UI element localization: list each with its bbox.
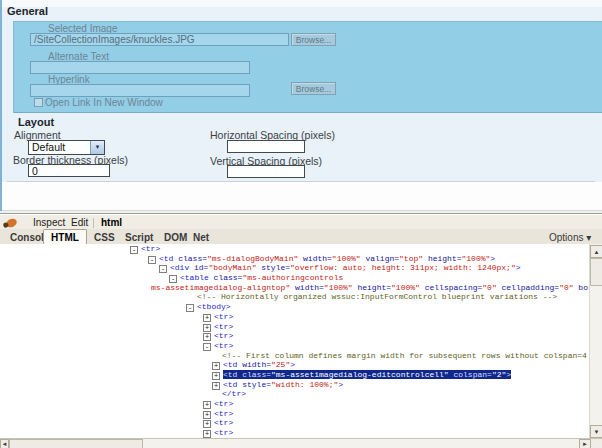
tree-node[interactable]: +<tr>: [0, 428, 589, 438]
tab-dom[interactable]: DOM: [164, 232, 187, 243]
inspect-button[interactable]: Inspect: [33, 217, 65, 228]
tree-node[interactable]: +<tr>: [0, 409, 589, 419]
general-section-heading: General: [7, 5, 48, 17]
tree-node-markup: <tr>: [214, 409, 233, 418]
expand-icon[interactable]: +: [212, 372, 220, 380]
tree-node-markup: <tr>: [214, 341, 233, 350]
tree-node[interactable]: <!-- Horizontally organized wssuc:InputF…: [0, 292, 589, 302]
horizontal-scrollbar[interactable]: ◄ ►: [0, 438, 591, 448]
dialog-top-strip: [0, 0, 602, 7]
element-path-html[interactable]: html: [101, 217, 122, 228]
scrollbar-corner: [591, 438, 602, 448]
tree-node[interactable]: ms-assetimagedialog-aligntop" width="100…: [0, 283, 589, 293]
expand-icon[interactable]: +: [203, 314, 211, 322]
tree-node-markup: ms-assetimagedialog-aligntop" width="100…: [151, 283, 589, 292]
tab-css[interactable]: CSS: [94, 232, 115, 243]
hyperlink-input[interactable]: [30, 84, 250, 97]
tree-node-selected[interactable]: +<td class="ms-assetimagedialog-editcont…: [0, 370, 589, 380]
collapse-icon[interactable]: -: [148, 256, 156, 264]
tree-node-markup: </tr>: [222, 389, 246, 398]
collapse-icon[interactable]: -: [186, 304, 194, 312]
layout-section-heading: Layout: [18, 116, 54, 128]
chevron-down-icon[interactable]: ▼: [90, 141, 104, 154]
tree-node-markup: <td style="width: 100%;">: [223, 380, 343, 389]
collapse-icon[interactable]: -: [159, 265, 167, 273]
tree-node-markup: <table class="ms-authoringcontrols: [180, 273, 343, 282]
alignment-select[interactable]: Default ▼: [28, 140, 105, 155]
tree-node-markup: <td class="ms-assetimagedialog-editcontr…: [223, 370, 511, 379]
tree-node[interactable]: -<table class="ms-authoringcontrols: [0, 273, 589, 283]
scroll-down-button[interactable]: ▼: [590, 425, 602, 438]
dialog-left-border: [0, 0, 2, 211]
horizontal-spacing-input[interactable]: [227, 140, 305, 153]
alternate-text-input[interactable]: [30, 61, 250, 74]
browse-hyperlink-button[interactable]: Browse...: [291, 82, 336, 95]
tree-node-markup: <tr>: [214, 428, 233, 437]
tree-node[interactable]: </tr>: [0, 389, 589, 399]
alignment-selected-value: Default: [32, 141, 65, 154]
open-link-checkbox[interactable]: [34, 98, 43, 107]
collapse-icon[interactable]: -: [203, 343, 211, 351]
tree-node[interactable]: +<tr>: [0, 331, 589, 341]
tree-node[interactable]: <!-- First column defines margin width f…: [0, 351, 589, 361]
tree-node[interactable]: -<td class="ms-dialogBodyMain" width="10…: [0, 254, 589, 264]
tree-node-markup: <tr>: [214, 312, 233, 321]
expand-icon[interactable]: +: [203, 430, 211, 438]
tree-node[interactable]: +<tr>: [0, 312, 589, 322]
tree-node-markup: <!-- First column defines margin width f…: [222, 351, 589, 360]
options-label: Options: [549, 232, 583, 243]
tree-node-markup: <tr>: [214, 399, 233, 408]
tree-node-markup: <tbody>: [197, 302, 231, 311]
tree-node[interactable]: -<tr>: [0, 244, 589, 254]
selected-image-input[interactable]: [30, 33, 289, 46]
expand-icon[interactable]: +: [212, 382, 220, 390]
open-link-checkbox-label: Open Link In New Window: [45, 97, 163, 108]
tree-node[interactable]: -<div id="bodyMain" style="overflow: aut…: [0, 263, 589, 273]
tab-script[interactable]: Script: [125, 232, 153, 243]
html-tree: -<tr>-<td class="ms-dialogBodyMain" widt…: [0, 244, 589, 438]
expand-icon[interactable]: +: [203, 401, 211, 409]
tree-node-markup: <td class="ms-dialogBodyMain" width="100…: [159, 254, 495, 263]
firebug-tab-bar: Console HTML CSS Script DOM Net Options …: [0, 229, 602, 245]
scroll-right-button[interactable]: ►: [579, 439, 591, 448]
tree-node[interactable]: -<tbody>: [0, 302, 589, 312]
general-section-panel: Selected Image Browse... Alternate Text …: [13, 21, 602, 113]
tree-node[interactable]: +<td style="width: 100%;">: [0, 380, 589, 390]
tree-node-markup: <!-- Horizontally organized wssuc:InputF…: [197, 292, 557, 301]
tab-html[interactable]: HTML: [43, 229, 87, 245]
tree-node-markup: <div id="bodyMain" style="overflow: auto…: [170, 263, 521, 272]
tree-node[interactable]: -<tr>: [0, 341, 589, 351]
collapse-icon[interactable]: -: [130, 246, 138, 254]
tree-node-markup: <tr>: [214, 322, 233, 331]
firebug-bug-icon[interactable]: [5, 217, 18, 229]
horizontal-scroll-thumb[interactable]: [9, 439, 143, 448]
tab-net[interactable]: Net: [193, 232, 209, 243]
tree-node[interactable]: +<tr>: [0, 322, 589, 332]
vertical-scroll-thumb[interactable]: [590, 258, 602, 286]
vertical-scrollbar[interactable]: ▲ ▼: [589, 244, 602, 438]
firebug-toolbar: Inspect Edit html: [0, 215, 602, 229]
edit-button[interactable]: Edit: [71, 217, 88, 228]
tree-node[interactable]: +<td width="25">: [0, 360, 589, 370]
tree-node-markup: <tr>: [214, 418, 233, 427]
tree-node-markup: <tr>: [214, 331, 233, 340]
panel-separator-line: [0, 210, 602, 211]
expand-icon[interactable]: +: [203, 333, 211, 341]
scroll-left-button[interactable]: ◄: [0, 439, 9, 448]
caret-down-icon: ▾: [586, 232, 591, 243]
options-menu[interactable]: Options ▾: [549, 232, 591, 243]
scroll-up-button[interactable]: ▲: [590, 245, 602, 258]
vertical-spacing-input[interactable]: [227, 165, 305, 178]
firebug-panel: Inspect Edit html Console HTML CSS Scrip…: [0, 213, 602, 448]
image-properties-dialog: General Selected Image Browse... Alterna…: [0, 0, 602, 213]
tree-node-markup: <td width="25">: [223, 360, 295, 369]
tree-node[interactable]: +<tr>: [0, 418, 589, 428]
border-thickness-input[interactable]: [28, 164, 110, 177]
browse-image-button[interactable]: Browse...: [291, 33, 336, 46]
toolbar-divider: [93, 218, 94, 228]
tree-node[interactable]: +<tr>: [0, 399, 589, 409]
tree-node-markup: <tr>: [141, 244, 160, 253]
dialog-bottom-area: [0, 182, 602, 210]
